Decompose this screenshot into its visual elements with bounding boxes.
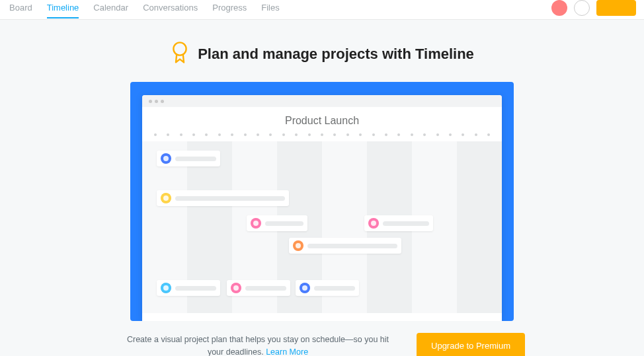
topbar-right — [551, 0, 636, 16]
headline-row: Plan and manage projects with Timeline — [0, 41, 644, 67]
task-card — [289, 238, 401, 254]
task-card — [364, 215, 433, 231]
upgrade-button[interactable]: Upgrade to Premium — [417, 333, 525, 356]
footer-row: Create a visual project plan that helps … — [0, 333, 644, 356]
avatar-icon — [161, 153, 171, 164]
upgrade-top-button[interactable] — [596, 0, 636, 16]
content: Plan and manage projects with Timeline P… — [0, 20, 644, 356]
tab-calendar[interactable]: Calendar — [93, 3, 128, 17]
svg-point-0 — [174, 42, 186, 55]
ribbon-icon — [170, 41, 190, 67]
tabs: Board Timeline Calendar Conversations Pr… — [9, 3, 280, 17]
tab-board[interactable]: Board — [9, 3, 32, 17]
task-card — [157, 151, 220, 166]
mock-titlebar — [142, 95, 502, 107]
avatar-icon — [368, 218, 379, 229]
mock-window: Product Launch — [142, 95, 502, 321]
headline: Plan and manage projects with Timeline — [198, 46, 474, 63]
tab-files[interactable]: Files — [261, 3, 279, 17]
promo-frame: Product Launch — [130, 82, 514, 321]
avatar-icon — [231, 283, 241, 293]
task-card — [157, 280, 220, 296]
avatar-icon — [161, 283, 171, 293]
footer-text: Create a visual project plan that helps … — [119, 334, 397, 356]
window-dot-icon — [161, 100, 164, 103]
avatar-icon — [161, 193, 171, 203]
task-card — [227, 280, 290, 296]
help-icon[interactable] — [574, 0, 590, 16]
tick-row — [142, 131, 502, 141]
mock-title: Product Launch — [142, 107, 502, 131]
task-card — [296, 280, 359, 296]
avatar-icon — [300, 283, 310, 293]
gantt-area — [142, 141, 502, 313]
tab-conversations[interactable]: Conversations — [143, 3, 198, 17]
avatar-icon — [251, 218, 261, 229]
tab-timeline[interactable]: Timeline — [47, 3, 79, 17]
topbar: Board Timeline Calendar Conversations Pr… — [0, 0, 644, 20]
tab-progress[interactable]: Progress — [212, 3, 247, 17]
footer-description: Create a visual project plan that helps … — [127, 335, 389, 356]
avatar-icon[interactable] — [551, 0, 567, 16]
learn-more-link[interactable]: Learn More — [266, 347, 308, 357]
window-dot-icon — [155, 100, 158, 103]
avatar-icon — [293, 240, 303, 251]
window-dot-icon — [149, 100, 152, 103]
task-card — [157, 190, 289, 206]
task-card — [247, 215, 307, 231]
